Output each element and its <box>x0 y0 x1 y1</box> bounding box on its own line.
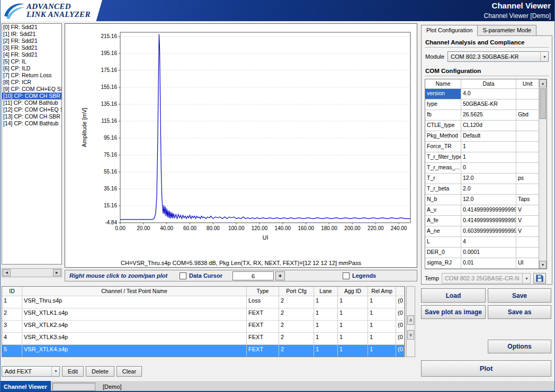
signal-list-item[interactable]: [13] CP: COM CH SBR <box>2 113 61 120</box>
com-cell[interactable] <box>516 237 539 248</box>
com-cell[interactable]: 1 <box>461 152 516 163</box>
com-cell[interactable]: 4 <box>461 237 516 248</box>
edit-button[interactable]: Edit <box>62 366 84 377</box>
com-cell[interactable]: T_r_filter_type <box>425 152 461 163</box>
com-cell[interactable]: fb <box>425 110 461 121</box>
com-cell[interactable]: T_r <box>425 174 461 184</box>
add-channel-dropdown[interactable]: Add FEXT ▼ <box>2 366 60 377</box>
com-cell[interactable]: version <box>425 89 461 99</box>
signal-list-item[interactable]: [2] FR: Sdd21 <box>2 38 61 44</box>
signal-list[interactable]: [0] FR: Sdd21[1] IR: Sdd21[2] FR: Sdd21[… <box>2 23 62 265</box>
com-cell[interactable]: 0.01 <box>461 258 516 269</box>
row-down-icon[interactable]: ∨ <box>407 330 414 340</box>
legends-checkbox[interactable] <box>343 272 350 279</box>
row-up-icon[interactable]: ∧ <box>407 315 414 325</box>
com-cell[interactable]: 0.41499999999999998 <box>461 216 516 226</box>
add-cursor-button[interactable]: + <box>275 271 285 280</box>
com-cell[interactable]: N_b <box>425 195 461 205</box>
channel-table-row[interactable]: 4VSR_XTLK3.s4pFEXT2111(0 <box>2 332 405 344</box>
cursor-count-input[interactable] <box>232 271 274 280</box>
com-cell[interactable]: L <box>425 237 461 248</box>
signal-list-item[interactable]: [12] CP: COM CH+EQ S <box>2 106 61 113</box>
data-cursor-checkbox[interactable] <box>180 272 186 279</box>
com-cell[interactable]: A_v <box>425 205 461 216</box>
channel-table-row[interactable]: 2VSR_XTLK1.s4pFEXT2111(0 <box>2 308 405 320</box>
signal-list-item[interactable]: [8] CP: ICR <box>2 79 61 86</box>
com-table-vscrollbar[interactable]: ▲ ▼ <box>539 79 547 269</box>
signal-list-item[interactable]: [5] CP: IL <box>2 58 61 65</box>
com-cell[interactable]: Pkg_Method <box>425 131 461 142</box>
com-cell[interactable]: UI <box>516 258 539 269</box>
save-as-button[interactable]: Save as <box>488 305 551 319</box>
com-cell[interactable] <box>516 131 539 142</box>
com-cell[interactable]: V <box>516 216 539 226</box>
com-cell[interactable]: ps <box>516 174 539 184</box>
com-cell[interactable]: CL120d <box>461 121 516 131</box>
com-cell[interactable]: T_r_beta <box>425 184 461 195</box>
com-cell[interactable]: 0.60399999999999998 <box>461 226 516 237</box>
com-cell[interactable]: Force_TR <box>425 142 461 152</box>
com-cell[interactable]: V <box>516 226 539 237</box>
com-cell[interactable]: V <box>516 205 539 216</box>
load-button[interactable]: Load <box>421 288 486 303</box>
com-cell[interactable] <box>516 248 539 258</box>
com-cell[interactable]: sigma_RJ <box>425 258 461 269</box>
com-cell[interactable]: 12.0 <box>461 195 516 205</box>
signal-list-item[interactable]: [7] CP: Return Loss <box>2 72 61 79</box>
com-cell[interactable]: 0 <box>461 163 516 174</box>
com-cell[interactable]: type <box>425 99 461 110</box>
com-cell[interactable]: 2.0 <box>461 184 516 195</box>
com-cell[interactable]: 26.5625 <box>461 110 516 121</box>
module-dropdown[interactable]: COM 802.3 50GBASE-KR ▼ <box>447 51 549 62</box>
signal-list-item[interactable]: [0] FR: Sdd21 <box>2 24 61 31</box>
scrollbar-thumb[interactable] <box>540 88 546 119</box>
channel-table-row[interactable]: 5VSR_XTLK4.s4pFEXT2111(0 <box>2 344 405 357</box>
options-button[interactable]: Options <box>488 340 551 353</box>
tab-s-parameter-mode[interactable]: S-parameter Mode <box>478 25 536 36</box>
scroll-right-icon[interactable]: ► <box>53 269 61 276</box>
signal-list-item[interactable]: [10] CP: COM CH SBR <box>2 93 61 99</box>
com-cell[interactable] <box>516 142 539 152</box>
com-cell[interactable]: 4.0 <box>461 89 516 99</box>
signal-list-hscrollbar[interactable]: ◄ ► <box>2 268 62 277</box>
signal-list-item[interactable]: [3] FR: Sdd21 <box>2 44 61 51</box>
tab-plot-configuration[interactable]: Plot Configuration <box>421 25 478 36</box>
com-cell[interactable]: CTLE_type <box>425 121 461 131</box>
com-cell[interactable]: 1 <box>461 142 516 152</box>
plot-button[interactable]: Plot <box>421 360 551 377</box>
com-cell[interactable]: A_ne <box>425 226 461 237</box>
com-cell[interactable] <box>516 152 539 163</box>
channel-table-row[interactable]: 3VSR_XTLK2.s4pFEXT2111(0 <box>2 320 405 332</box>
com-cell[interactable]: Gbd <box>516 110 539 121</box>
channel-table-row[interactable]: 1VSR_Thru.s4pLoss2111(0 <box>2 296 405 308</box>
save-button[interactable]: Save <box>488 288 551 303</box>
com-cell[interactable]: 12.0 <box>461 174 516 184</box>
status-mode-tab[interactable]: Channel Viewer <box>1 381 51 392</box>
com-cell[interactable]: Default <box>461 131 516 142</box>
clear-button[interactable]: Clear <box>117 366 142 377</box>
signal-list-item[interactable]: [4] FR: Sdd21 <box>2 51 61 58</box>
signal-list-item[interactable]: [11] CP: COM Bathtub <box>2 99 61 106</box>
save-plot-as-image-button[interactable]: Save plot as image <box>421 305 486 319</box>
signal-list-item[interactable]: [14] CP: COM Bathtub <box>2 120 61 127</box>
scroll-left-icon[interactable]: ◄ <box>3 269 11 276</box>
com-cell[interactable] <box>516 89 539 99</box>
sbr-pulse-chart[interactable]: 215.16195.16175.16155.16135.16115.1695.1… <box>65 24 417 257</box>
signal-list-item[interactable]: [1] IR: Sdd21 <box>2 31 61 38</box>
signal-list-item[interactable]: [6] CP: ILD <box>2 65 61 72</box>
channel-table-vscrollbar[interactable]: ∧ ∨ <box>406 286 415 357</box>
com-cell[interactable] <box>516 163 539 174</box>
com-cell[interactable]: DER_0 <box>425 248 461 258</box>
com-cell[interactable]: 0.0001 <box>461 248 516 258</box>
delete-button[interactable]: Delete <box>86 366 114 377</box>
scroll-down-icon[interactable]: ▼ <box>539 261 547 269</box>
save-temp-button[interactable] <box>533 273 546 284</box>
chart-panel[interactable]: 215.16195.16175.16155.16135.16115.1695.1… <box>65 23 417 268</box>
com-cell[interactable]: T_r_meas_... <box>425 163 461 174</box>
com-cell[interactable] <box>516 121 539 131</box>
signal-list-item[interactable]: [9] CP: COM CH+EQ SE <box>2 86 61 93</box>
com-cell[interactable]: Taps <box>516 195 539 205</box>
com-cell[interactable]: A_fe <box>425 216 461 226</box>
scroll-up-icon[interactable]: ▲ <box>539 79 547 87</box>
com-cell[interactable] <box>516 99 539 110</box>
